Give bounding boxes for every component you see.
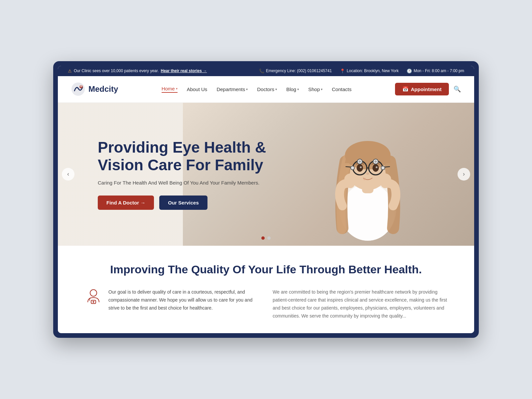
browser-inner: ⚠ Our Clinic sees over 10,000 patients e…: [58, 66, 474, 333]
search-icon: 🔍: [454, 86, 461, 92]
home-chevron: ▾: [176, 87, 178, 90]
shop-chevron: ▾: [321, 87, 323, 91]
hours-info: 🕐 Mon - Fri: 8:00 am - 7:00 pm: [407, 68, 464, 73]
nav-blog[interactable]: Blog ▾: [286, 86, 299, 92]
carousel-prev-button[interactable]: ‹: [62, 168, 74, 181]
quality-content: Our goal is to deliver quality of care i…: [84, 288, 448, 320]
hear-link[interactable]: Hear their real stories →: [161, 68, 207, 73]
phone-icon: 📞: [259, 68, 264, 73]
quality-left: Our goal is to deliver quality of care i…: [84, 288, 259, 312]
blog-chevron: ▾: [297, 87, 299, 91]
location-info: 📍 Location: Brooklyn, New York: [340, 68, 399, 73]
our-services-button[interactable]: Our Services: [159, 196, 207, 210]
svg-point-25: [351, 166, 354, 170]
emergency-info: 📞 Emergency Line: (002) 01061245741: [259, 68, 332, 73]
quality-section: Improving The Quality Of Your Life Throu…: [58, 246, 474, 333]
carousel-dots: [261, 236, 271, 240]
appointment-label: Appointment: [411, 86, 442, 92]
nav-right: 📅 Appointment 🔍: [395, 83, 461, 95]
svg-point-9: [360, 166, 362, 168]
quality-title: Improving The Quality Of Your Life Throu…: [84, 262, 448, 277]
logo-text: Medcity: [88, 84, 118, 94]
emergency-text: Emergency Line: (002) 01061245741: [266, 68, 332, 73]
hero-buttons: Find A Doctor → Our Services: [98, 196, 271, 210]
hero-subtitle: Caring For The Health And Well Being Of …: [98, 180, 271, 186]
hero-section: ‹ Providing Eye Health & Vision Care For…: [58, 103, 474, 246]
dept-chevron: ▾: [246, 87, 248, 91]
search-button[interactable]: 🔍: [454, 85, 461, 93]
doctors-chevron: ▾: [275, 87, 277, 91]
svg-point-12: [344, 173, 358, 185]
svg-point-27: [363, 178, 366, 180]
svg-point-28: [90, 290, 97, 296]
top-bar: ⚠ Our Clinic sees over 10,000 patients e…: [58, 66, 474, 76]
nav-contacts[interactable]: Contacts: [332, 86, 351, 92]
svg-point-26: [381, 166, 385, 170]
nav-home[interactable]: Home ▾: [162, 86, 178, 93]
warning-icon: ⚠: [68, 68, 72, 73]
nav-shop[interactable]: Shop ▾: [308, 86, 323, 92]
quality-right: We are committed to being the region's p…: [273, 288, 448, 320]
calendar-icon: 📅: [402, 86, 409, 92]
chevron-left-icon: ‹: [67, 171, 69, 178]
svg-point-11: [366, 172, 369, 175]
appointment-button[interactable]: 📅 Appointment: [395, 83, 449, 95]
quality-right-text: We are committed to being the region's p…: [273, 288, 448, 320]
hours-text: Mon - Fri: 8:00 am - 7:00 pm: [414, 68, 464, 73]
dot-1[interactable]: [261, 236, 265, 240]
navbar: Medcity Home ▾ About Us Departments ▾ Do…: [58, 76, 474, 103]
location-icon: 📍: [340, 68, 345, 73]
doctor-icon: [84, 288, 102, 306]
svg-point-7: [357, 164, 363, 172]
nav-doctors[interactable]: Doctors ▾: [257, 86, 277, 92]
logo-icon: [71, 82, 85, 96]
carousel-next-button[interactable]: ›: [458, 168, 470, 181]
browser-frame: ⚠ Our Clinic sees over 10,000 patients e…: [53, 61, 479, 338]
hero-content: Providing Eye Health & Vision Care For F…: [58, 139, 271, 210]
nav-links: Home ▾ About Us Departments ▾ Doctors ▾ …: [162, 86, 352, 93]
hero-title: Providing Eye Health & Vision Care For F…: [98, 139, 271, 174]
svg-point-8: [372, 164, 379, 172]
girl-svg: [301, 108, 434, 241]
notice-text: Our Clinic sees over 10,000 patients eve…: [74, 68, 159, 73]
clock-icon: 🕐: [407, 68, 412, 73]
top-bar-info: 📞 Emergency Line: (002) 01061245741 📍 Lo…: [259, 68, 464, 73]
svg-point-10: [376, 166, 378, 168]
dot-2[interactable]: [267, 236, 271, 240]
hero-image: [288, 103, 448, 246]
logo-area: Medcity: [71, 82, 118, 96]
nav-departments[interactable]: Departments ▾: [216, 86, 248, 92]
chevron-right-icon: ›: [463, 171, 465, 178]
find-doctor-button[interactable]: Find A Doctor →: [98, 196, 154, 210]
top-bar-notice: ⚠ Our Clinic sees over 10,000 patients e…: [68, 68, 207, 73]
location-text: Location: Brooklyn, New York: [347, 68, 399, 73]
svg-point-13: [377, 173, 391, 185]
nav-about[interactable]: About Us: [187, 86, 207, 92]
quality-left-text: Our goal is to deliver quality of care i…: [108, 288, 259, 312]
